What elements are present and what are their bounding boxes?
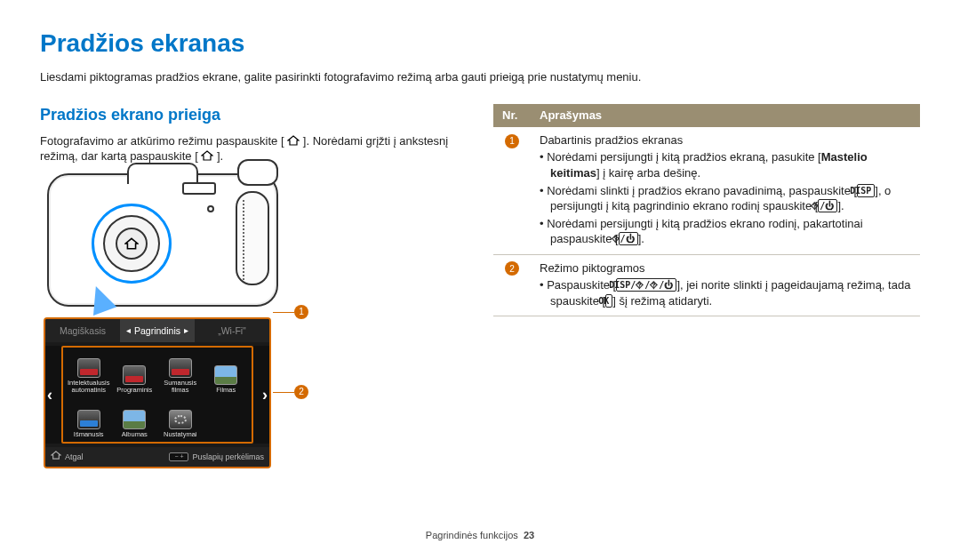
home-icon bbox=[287, 134, 300, 145]
home-icon bbox=[201, 149, 213, 160]
col-header-nr: Nr. bbox=[493, 104, 531, 127]
tab-main[interactable]: ◂ Pagrindinis ▸ bbox=[120, 319, 195, 342]
row2-badge: 2 bbox=[505, 261, 519, 276]
flash-timer-icon: ⯑/⏻ bbox=[818, 199, 837, 212]
row2-cell: Režimo piktogramos Paspauskite [DISP/⯑/⯑… bbox=[531, 254, 920, 316]
callout-2-badge: 2 bbox=[294, 385, 308, 399]
flash-timer-icon: ⯑/⏻ bbox=[619, 232, 638, 245]
footer-back-label[interactable]: Atgal bbox=[65, 452, 84, 462]
description-table: Nr. Aprašymas 1 Dabartinis pradžios ekra… bbox=[493, 104, 920, 316]
mode-movie[interactable]: Filmas bbox=[204, 351, 249, 394]
tab-bar: Magiškasis ◂ Pagrindinis ▸ „Wi-Fi" bbox=[45, 319, 269, 342]
row1-cell: Dabartinis pradžios ekranas Norėdami per… bbox=[531, 127, 920, 254]
mode-program[interactable]: Programinis bbox=[113, 351, 157, 394]
section-text-c: ]. bbox=[217, 149, 223, 163]
tab-magic[interactable]: Magiškasis bbox=[45, 319, 120, 342]
page-title: Pradžios ekranas bbox=[40, 27, 920, 60]
home-icon bbox=[51, 451, 61, 462]
home-icon bbox=[124, 237, 139, 250]
tab-wifi[interactable]: „Wi-Fi" bbox=[195, 319, 269, 342]
callout-1-badge: 1 bbox=[294, 305, 308, 319]
chevron-right-icon: ▸ bbox=[180, 324, 192, 337]
page-left-icon[interactable]: ‹ bbox=[47, 384, 52, 405]
col-header-desc: Aprašymas bbox=[531, 104, 920, 127]
intro-text: Liesdami piktogramas pradžios ekrane, ga… bbox=[40, 69, 920, 85]
row1-badge: 1 bbox=[505, 134, 519, 148]
mode-smart[interactable]: Išmanusis bbox=[67, 396, 111, 438]
nav-buttons-icon: DISP/⯑/⯑/⏻ bbox=[616, 278, 676, 292]
section-text-a: Fotografavimo ar atkūrimo režimu paspaus… bbox=[40, 134, 284, 148]
mode-settings[interactable]: Nustatymai bbox=[158, 396, 203, 438]
disp-icon: DISP bbox=[857, 184, 875, 197]
page-right-icon[interactable]: › bbox=[262, 384, 268, 405]
footer-page: 23 bbox=[524, 530, 534, 540]
arrow-icon bbox=[84, 282, 117, 316]
mode-smart-auto[interactable]: Intelektualusisautomatinis bbox=[67, 351, 111, 394]
footer-move-label: Puslapių perkėlimas bbox=[192, 452, 264, 462]
chevron-left-icon: ◂ bbox=[123, 324, 134, 337]
row2-lead: Režimo piktogramos bbox=[540, 260, 911, 276]
tab-main-label: Pagrindinis bbox=[134, 324, 180, 337]
section-heading: Pradžios ekrano prieiga bbox=[40, 104, 467, 125]
mode-album[interactable]: Albumas bbox=[113, 396, 157, 438]
camera-illustration bbox=[47, 173, 467, 307]
ok-icon: OK bbox=[605, 294, 612, 308]
row1-lead: Dabartinis pradžios ekranas bbox=[540, 132, 911, 148]
footer-label: Pagrindinės funkcijos bbox=[426, 530, 518, 540]
mode-smart-movie[interactable]: Sumanusisfilmas bbox=[158, 351, 203, 394]
zoom-icon: − + bbox=[169, 452, 188, 461]
device-screen: Magiškasis ◂ Pagrindinis ▸ „Wi-Fi" ‹ › I… bbox=[44, 317, 271, 468]
page-footer: Pagrindinės funkcijos 23 bbox=[0, 529, 960, 542]
mode-grid: Intelektualusisautomatinis Programinis S… bbox=[61, 346, 253, 444]
